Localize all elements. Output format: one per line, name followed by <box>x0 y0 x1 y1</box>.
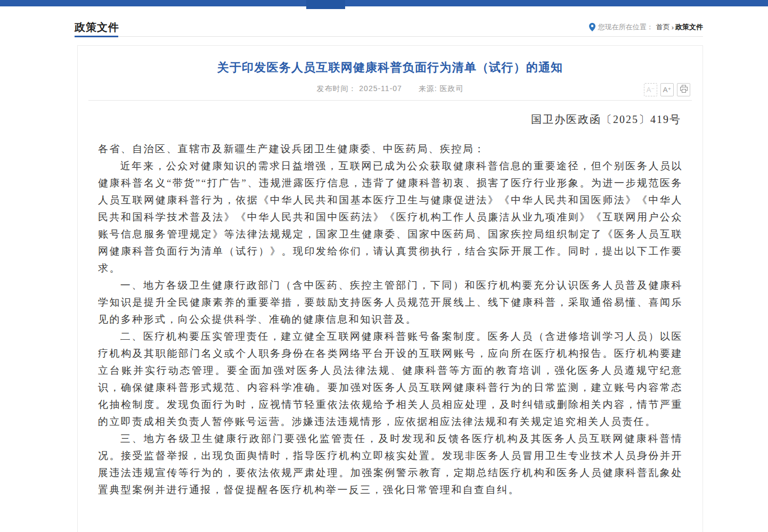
font-decrease-button[interactable]: A⁻ <box>644 83 657 96</box>
publish-date-value: 2025-11-07 <box>359 84 402 93</box>
section-title: 政策文件 <box>75 20 119 35</box>
breadcrumb-label: 您现在所在位置： <box>598 22 653 32</box>
location-pin-icon <box>589 23 595 31</box>
source-value: 医政司 <box>440 84 464 93</box>
printer-icon <box>680 85 688 95</box>
article-meta: 发布时间： 2025-11-07 来源: 医政司 <box>78 84 702 94</box>
breadcrumb: 您现在所在位置： 首页 › 政策文件 <box>589 22 703 32</box>
publish-date-label: 发布时间： <box>316 84 356 93</box>
article-panel: 关于印发医务人员互联网健康科普负面行为清单（试行）的通知 发布时间： 2025-… <box>77 45 703 532</box>
paragraph: 二、医疗机构要压实管理责任，建立健全互联网健康科普账号备案制度。医务人员（含进修… <box>98 328 683 430</box>
top-nav-bar <box>0 0 768 6</box>
top-nav-active-tab[interactable] <box>306 0 345 9</box>
paragraph: 三、地方各级卫生健康行政部门要强化监管责任，及时发现和反馈各医疗机构及其医务人员… <box>98 430 683 498</box>
section-title-underline <box>75 36 118 37</box>
source-label: 来源: <box>419 84 437 93</box>
meta-divider <box>88 100 692 101</box>
document-number: 国卫办医政函〔2025〕419号 <box>78 112 681 127</box>
paragraph: 近年来，公众对健康知识的需求日益增强，互联网已成为公众获取健康科普信息的重要途径… <box>98 158 683 277</box>
font-increase-button[interactable]: A⁺ <box>660 83 674 96</box>
breadcrumb-separator: › <box>672 23 674 31</box>
print-button[interactable] <box>677 83 690 96</box>
paragraph-salutation: 各省、自治区、直辖市及新疆生产建设兵团卫生健康委、中医药局、疾控局： <box>98 141 683 158</box>
article-toolbar: A⁻ A⁺ <box>644 83 690 96</box>
paragraph: 一、地方各级卫生健康行政部门（含中医药、疾控主管部门，下同）和医疗机构要充分认识… <box>98 277 683 328</box>
header-divider <box>75 36 703 37</box>
breadcrumb-home-link[interactable]: 首页 <box>656 22 670 32</box>
breadcrumb-current: 政策文件 <box>675 22 703 32</box>
page: 政策文件 您现在所在位置： 首页 › 政策文件 关于印发医务人员互联网健康科普负… <box>0 0 768 532</box>
article-title: 关于印发医务人员互联网健康科普负面行为清单（试行）的通知 <box>110 60 671 76</box>
section-header: 政策文件 您现在所在位置： 首页 › 政策文件 <box>75 19 703 37</box>
article-body: 各省、自治区、直辖市及新疆生产建设兵团卫生健康委、中医药局、疾控局： 近年来，公… <box>98 141 683 498</box>
